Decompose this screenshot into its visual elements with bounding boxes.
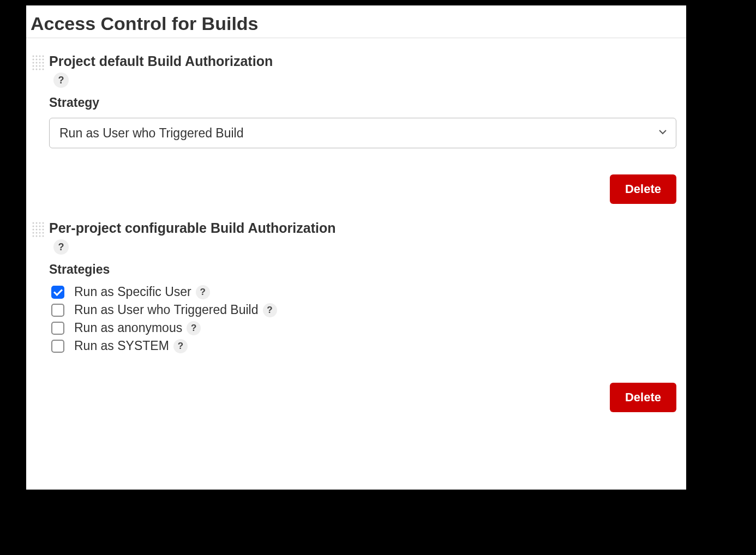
svg-point-33 <box>36 232 38 234</box>
strategy-checkbox[interactable] <box>51 286 64 299</box>
strategy-label: Run as User who Triggered Build <box>74 303 259 317</box>
svg-point-18 <box>39 69 41 70</box>
help-icon[interactable]: ? <box>173 339 188 353</box>
svg-point-10 <box>39 62 41 64</box>
strategy-checkbox[interactable] <box>51 304 64 317</box>
strategy-row-triggered-user[interactable]: Run as User who Triggered Build ? <box>49 303 676 317</box>
svg-point-24 <box>33 226 34 227</box>
strategy-row-system[interactable]: Run as SYSTEM ? <box>49 339 676 353</box>
svg-point-36 <box>33 236 34 237</box>
svg-point-11 <box>43 62 44 64</box>
svg-point-29 <box>36 229 38 231</box>
svg-point-13 <box>36 65 38 67</box>
drag-handle-icon[interactable] <box>32 55 45 148</box>
svg-point-37 <box>36 236 38 237</box>
svg-point-34 <box>39 232 41 234</box>
svg-point-2 <box>39 56 41 57</box>
svg-point-27 <box>43 226 44 227</box>
config-panel: Access Control for Builds Project defaul… <box>26 5 686 490</box>
page-title: Access Control for Builds <box>31 13 686 34</box>
svg-point-30 <box>39 229 41 231</box>
svg-point-12 <box>33 65 34 67</box>
svg-point-35 <box>43 232 44 234</box>
svg-point-20 <box>33 222 34 224</box>
field-label-strategies: Strategies <box>49 262 676 277</box>
strategy-row-anonymous[interactable]: Run as anonymous ? <box>49 321 676 335</box>
strategy-select[interactable]: Run as User who Triggered Build <box>49 118 676 148</box>
svg-point-19 <box>43 69 44 70</box>
help-icon[interactable]: ? <box>53 73 69 88</box>
strategy-row-specific-user[interactable]: Run as Specific User ? <box>49 285 676 299</box>
strategy-checkbox-list: Run as Specific User ? Run as User who T… <box>49 285 676 353</box>
help-icon[interactable]: ? <box>53 239 69 255</box>
delete-button[interactable]: Delete <box>610 383 676 412</box>
help-icon[interactable]: ? <box>187 321 201 335</box>
svg-point-21 <box>36 222 38 224</box>
strategy-label: Run as anonymous <box>74 321 182 335</box>
strategy-checkbox[interactable] <box>51 340 64 353</box>
svg-point-25 <box>36 226 38 227</box>
svg-point-28 <box>33 229 34 231</box>
svg-point-32 <box>33 232 34 234</box>
help-icon[interactable]: ? <box>263 303 277 317</box>
svg-point-9 <box>36 62 38 64</box>
strategy-checkbox[interactable] <box>51 322 64 335</box>
svg-point-22 <box>39 222 41 224</box>
svg-point-4 <box>33 59 34 61</box>
svg-point-0 <box>33 56 34 57</box>
section-heading: Per-project configurable Build Authoriza… <box>49 220 676 236</box>
field-label-strategy: Strategy <box>49 95 676 110</box>
svg-point-5 <box>36 59 38 61</box>
svg-point-16 <box>33 69 34 70</box>
svg-point-26 <box>39 226 41 227</box>
delete-button[interactable]: Delete <box>610 174 676 204</box>
svg-point-6 <box>39 59 41 61</box>
strategy-label: Run as Specific User <box>74 285 191 299</box>
svg-point-14 <box>39 65 41 67</box>
svg-point-8 <box>33 62 34 64</box>
help-icon[interactable]: ? <box>196 285 210 299</box>
svg-point-17 <box>36 69 38 70</box>
strategy-label: Run as SYSTEM <box>74 339 169 353</box>
divider <box>26 38 686 38</box>
svg-point-3 <box>43 56 44 57</box>
svg-point-23 <box>43 222 44 224</box>
svg-point-1 <box>36 56 38 57</box>
svg-point-39 <box>43 236 44 237</box>
svg-point-38 <box>39 236 41 237</box>
drag-handle-icon[interactable] <box>32 221 45 357</box>
section-project-default: Project default Build Authorization ? St… <box>26 53 686 148</box>
svg-point-31 <box>43 229 44 231</box>
section-heading: Project default Build Authorization <box>49 53 676 69</box>
section-per-project: Per-project configurable Build Authoriza… <box>26 220 686 357</box>
svg-point-15 <box>43 65 44 67</box>
svg-point-7 <box>43 59 44 61</box>
